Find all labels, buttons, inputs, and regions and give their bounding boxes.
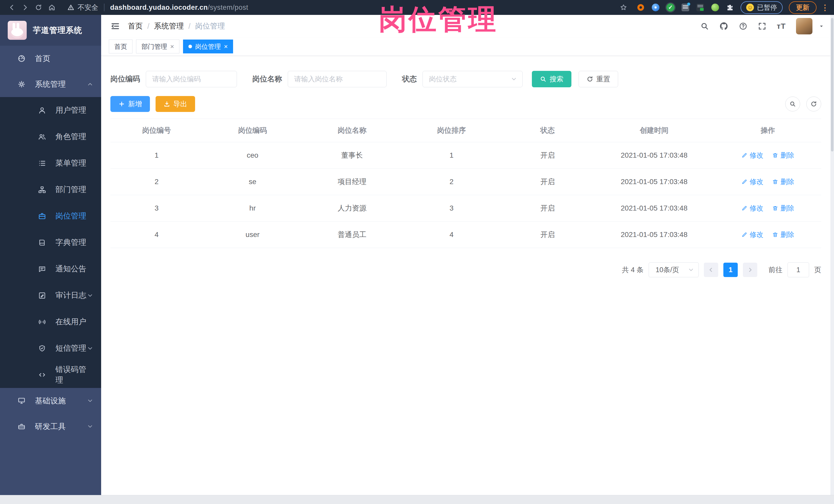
extensions-puzzle-icon[interactable] (726, 3, 734, 12)
sidebar-item-users[interactable]: 用户管理 (0, 97, 101, 124)
sidebar-item-devtools[interactable]: 研发工具 (0, 414, 101, 439)
extension-icon-ring[interactable] (636, 3, 645, 12)
sidebar-item-label: 通知公告 (56, 264, 86, 274)
sidebar-item-error-codes[interactable]: 错误码管理 (0, 361, 101, 388)
breadcrumb: 首页 / 系统管理 / 岗位管理 (128, 21, 225, 31)
bookmark-star-icon[interactable] (617, 2, 630, 13)
scrollbar-thumb[interactable] (831, 18, 833, 152)
users-icon (36, 133, 48, 141)
delete-link[interactable]: 删除 (772, 151, 794, 160)
edit-icon (741, 179, 747, 185)
sidebar-item-home[interactable]: 首页 (0, 46, 101, 71)
tab-label: 岗位管理 (195, 42, 221, 51)
reset-button[interactable]: 重置 (578, 71, 618, 87)
extension-icon-pin[interactable] (651, 3, 660, 12)
extension-icon-leaf[interactable] (711, 3, 720, 12)
search-icon[interactable] (700, 22, 709, 30)
trash-icon (772, 205, 778, 211)
goto-page-input[interactable] (788, 262, 809, 277)
sidebar-item-departments[interactable]: 部门管理 (0, 176, 101, 203)
sidebar: 芋道管理系统 首页 系统管理 用户管理 角色管理 菜单管理 部门管理 (0, 15, 101, 495)
trash-icon (772, 232, 778, 238)
sidebar-item-label: 基础设施 (35, 396, 66, 406)
chevron-down-icon (87, 345, 93, 352)
post-code-label: 岗位编码 (110, 74, 140, 84)
sidebar-item-announcements[interactable]: 通知公告 (0, 256, 101, 282)
next-page-button[interactable] (743, 263, 757, 277)
browser-reload-button[interactable] (32, 2, 45, 13)
edit-link[interactable]: 修改 (741, 177, 763, 187)
help-icon[interactable] (739, 22, 747, 30)
post-name-input[interactable] (288, 71, 387, 87)
sidebar-item-label: 在线用户 (56, 316, 86, 327)
extension-icon-check[interactable]: ✓ (666, 3, 675, 12)
site-security-chip[interactable]: 不安全 (67, 3, 98, 12)
tab-posts[interactable]: 岗位管理 × (183, 40, 233, 53)
avatar[interactable] (796, 18, 812, 35)
paused-chip-label: 已暂停 (757, 3, 777, 12)
sidebar-item-system[interactable]: 系统管理 (0, 71, 101, 97)
sidebar-item-label: 部门管理 (56, 184, 86, 195)
sidebar-item-dictionary[interactable]: 字典管理 (0, 229, 101, 256)
edit-link[interactable]: 修改 (741, 204, 763, 213)
toggle-search-button[interactable] (785, 96, 800, 111)
col-post-name: 岗位名称 (302, 119, 402, 142)
add-button[interactable]: 新增 (110, 96, 150, 112)
url-path: /system/post (208, 4, 248, 11)
browser-toolbar-right: ✓ ☺ 已暂停 更新 ⋮ (617, 1, 829, 14)
cell-code: hr (203, 195, 302, 222)
font-size-icon[interactable]: тT (777, 22, 786, 30)
tab-departments[interactable]: 部门管理 × (136, 40, 179, 53)
browser-forward-button[interactable] (19, 2, 32, 13)
extension-icon-bars[interactable] (681, 3, 690, 12)
browser-update-button[interactable]: 更新 (789, 1, 816, 14)
collapse-sidebar-icon[interactable] (110, 21, 120, 31)
paused-chip[interactable]: ☺ 已暂停 (741, 1, 783, 14)
sidebar-item-online-users[interactable]: 在线用户 (0, 309, 101, 335)
sidebar-item-posts[interactable]: 岗位管理 (0, 203, 101, 229)
delete-link[interactable]: 删除 (772, 177, 794, 187)
github-icon[interactable] (719, 22, 728, 31)
chevron-right-icon (747, 266, 753, 273)
edit-icon (741, 232, 747, 238)
post-code-input[interactable] (146, 71, 237, 87)
edit-link[interactable]: 修改 (741, 151, 763, 160)
sidebar-item-roles[interactable]: 角色管理 (0, 124, 101, 150)
breadcrumb-system[interactable]: 系统管理 (154, 21, 184, 31)
cell-no: 3 (110, 195, 203, 222)
extension-icon-gtm[interactable] (696, 3, 705, 12)
delete-link[interactable]: 删除 (772, 230, 794, 239)
fullscreen-icon[interactable] (758, 22, 767, 30)
sidebar-item-infrastructure[interactable]: 基础设施 (0, 388, 101, 414)
tab-home[interactable]: 首页 (109, 40, 132, 53)
cell-code: ceo (203, 142, 302, 169)
refresh-table-button[interactable] (806, 96, 821, 111)
sidebar-item-sms[interactable]: 短信管理 (0, 335, 101, 361)
page-scrollbar[interactable] (830, 15, 834, 504)
browser-home-button[interactable] (45, 2, 59, 13)
caret-down-icon[interactable] (818, 23, 825, 29)
close-icon[interactable]: × (224, 43, 228, 50)
col-actions: 操作 (715, 119, 821, 142)
delete-link[interactable]: 删除 (772, 204, 794, 213)
table-row: 3 hr 人力资源 3 开启 2021-01-05 17:03:48 修改 删除 (110, 195, 821, 222)
status-select[interactable]: 岗位状态 (422, 71, 523, 87)
app-logo[interactable]: 芋道管理系统 (0, 15, 101, 46)
edit-link[interactable]: 修改 (741, 230, 763, 239)
export-button[interactable]: 导出 (156, 96, 195, 112)
sidebar-item-audit-log[interactable]: 审计日志 (0, 282, 101, 309)
breadcrumb-home[interactable]: 首页 (128, 21, 143, 31)
close-icon[interactable]: × (170, 43, 174, 50)
search-button[interactable]: 搜索 (532, 71, 571, 87)
sidebar-item-menus[interactable]: 菜单管理 (0, 150, 101, 176)
prev-page-button[interactable] (704, 263, 718, 277)
page-size-select[interactable]: 10条/页 (649, 262, 699, 277)
browser-back-button[interactable] (5, 2, 19, 13)
address-bar[interactable]: dashboard.yudao.iocoder.cn/system/post (110, 4, 248, 12)
browser-menu-kebab-icon[interactable]: ⋮ (821, 3, 829, 12)
tab-label: 部门管理 (141, 42, 167, 51)
smiley-emoji-icon: ☺ (746, 4, 754, 11)
filter-form: 岗位编码 岗位名称 状态 岗位状态 搜索 重置 (110, 71, 821, 87)
page-number-active[interactable]: 1 (723, 263, 738, 277)
monitor-icon (16, 397, 28, 405)
